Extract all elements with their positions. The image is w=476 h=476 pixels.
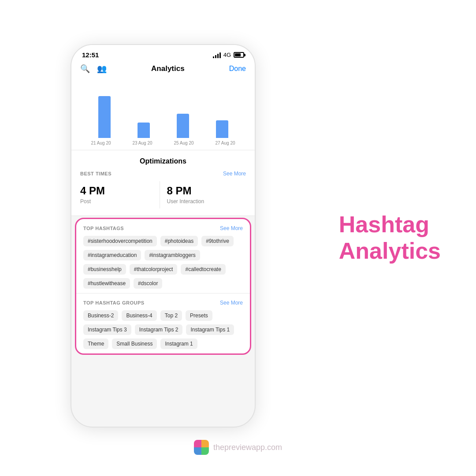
network-label: 4G	[223, 52, 231, 58]
hashtag-header: TOP HASHTAGS See More	[83, 225, 243, 231]
post-time-block: 4 PM Post	[80, 181, 160, 208]
status-time: 12:51	[82, 51, 99, 59]
chart-label-2: 23 Aug 20	[132, 141, 152, 145]
top-hashtags-section: TOP HASHTAGS See More #sisterhoodovercom…	[76, 219, 250, 294]
branding-url: thepreviewapp.com	[213, 443, 282, 452]
group-tag-2[interactable]: Top 2	[160, 310, 182, 321]
nav-left-icons: 🔍 👥	[80, 64, 107, 74]
nav-bar: 🔍 👥 Analytics Done	[71, 62, 255, 78]
hashtag-tag-6[interactable]: #thatcolorproject	[130, 264, 178, 275]
highlighted-section: TOP HASHTAGS See More #sisterhoodovercom…	[75, 218, 251, 355]
interaction-time-value: 8 PM	[167, 185, 246, 197]
best-times-see-more[interactable]: See More	[223, 171, 246, 177]
hashtag-tags: #sisterhoodovercompetition #photoideas #…	[83, 236, 243, 289]
hashtag-analytics-text: Hashtag Analytics	[339, 212, 441, 264]
interaction-time-block: 8 PM User Interaction	[160, 181, 246, 208]
logo-quad-4	[201, 447, 209, 455]
optimizations-title: Optimizations	[80, 157, 246, 165]
hashtag-tag-9[interactable]: #dscolor	[134, 278, 162, 289]
hashtag-tag-0[interactable]: #sisterhoodovercompetition	[83, 236, 157, 246]
page-container: 12:51 4G 🔍 👥 Analytics Done	[0, 0, 476, 476]
logo-quad-1	[194, 440, 201, 447]
group-tag-6[interactable]: Instagram Tips 1	[186, 324, 234, 335]
group-tag-3[interactable]: Presets	[186, 310, 212, 321]
chart-label-3: 25 Aug 20	[174, 141, 193, 145]
hashtag-tag-2[interactable]: #9tothrive	[201, 236, 234, 246]
chart-bar-group-2	[124, 123, 163, 138]
hashtag-tag-4[interactable]: #instagrambloggers	[145, 250, 200, 260]
group-tag-9[interactable]: Instagram 1	[160, 338, 197, 349]
top-hashtag-groups-section: TOP HASHTAG GROUPS See More Business-2 B…	[76, 294, 250, 353]
chart-labels: 21 Aug 20 23 Aug 20 25 Aug 20 27 Aug 20	[80, 141, 246, 145]
hashtag-tag-5[interactable]: #businesshelp	[83, 264, 126, 275]
hashtag-tag-1[interactable]: #photoideas	[160, 236, 198, 246]
search-icon[interactable]: 🔍	[80, 64, 90, 74]
hashtag-tag-3[interactable]: #instagrameducation	[83, 250, 141, 260]
group-tag-5[interactable]: Instagram Tips 2	[135, 324, 183, 335]
top-hashtags-label: TOP HASHTAGS	[83, 226, 124, 231]
hashtag-tag-7[interactable]: #calledtocreate	[181, 264, 225, 275]
post-time-desc: Post	[80, 198, 91, 205]
chart-label-1: 21 Aug 20	[91, 141, 111, 145]
status-icons: 4G	[213, 52, 244, 58]
times-row: 4 PM Post 8 PM User Interaction	[80, 181, 246, 208]
best-times-label: BEST TIMES	[80, 171, 112, 176]
chart-area: 21 Aug 20 23 Aug 20 25 Aug 20 27 Aug 20	[71, 78, 255, 150]
groups-see-more[interactable]: See More	[220, 300, 243, 306]
chart-bar-group-3	[163, 114, 202, 138]
post-time-value: 4 PM	[80, 185, 160, 197]
signal-icon	[213, 52, 221, 58]
chart-bar-4	[216, 120, 228, 138]
group-tag-8[interactable]: Small Business	[112, 338, 157, 349]
hashtag-analytics-title: Hashtag Analytics	[339, 212, 441, 264]
group-tag-1[interactable]: Business-4	[122, 310, 156, 321]
optimizations-section: Optimizations BEST TIMES See More 4 PM P…	[71, 150, 255, 216]
group-tag-0[interactable]: Business-2	[83, 310, 118, 321]
status-bar: 12:51 4G	[71, 45, 255, 62]
interaction-time-desc: User Interaction	[167, 198, 205, 205]
chart-label-4: 27 Aug 20	[215, 141, 235, 145]
chart-bar-3	[177, 114, 189, 138]
group-tag-4[interactable]: Instagram Tips 3	[83, 324, 131, 335]
phone-mockup: 12:51 4G 🔍 👥 Analytics Done	[71, 44, 256, 428]
top-groups-label: TOP HASHTAG GROUPS	[83, 300, 145, 305]
preview-logo	[194, 440, 209, 455]
battery-icon	[234, 52, 244, 58]
best-times-header: BEST TIMES See More	[80, 171, 246, 177]
chart-bars	[80, 85, 246, 138]
chart-bar-2	[138, 123, 150, 138]
hashtags-see-more[interactable]: See More	[220, 225, 243, 231]
nav-title: Analytics	[151, 64, 185, 73]
chart-bar-group-1	[85, 96, 124, 138]
chart-bar-group-4	[202, 120, 242, 138]
hashtag-tag-8[interactable]: #hustlewithease	[83, 278, 130, 289]
logo-quad-2	[201, 440, 209, 447]
bottom-branding: thepreviewapp.com	[194, 440, 282, 455]
chart-bar-1	[98, 96, 111, 138]
done-button[interactable]: Done	[229, 65, 246, 73]
people-icon[interactable]: 👥	[97, 64, 107, 74]
groups-header: TOP HASHTAG GROUPS See More	[83, 300, 243, 306]
logo-quad-3	[194, 447, 201, 455]
group-tag-7[interactable]: Theme	[83, 338, 108, 349]
group-tags: Business-2 Business-4 Top 2 Presets Inst…	[83, 310, 243, 349]
